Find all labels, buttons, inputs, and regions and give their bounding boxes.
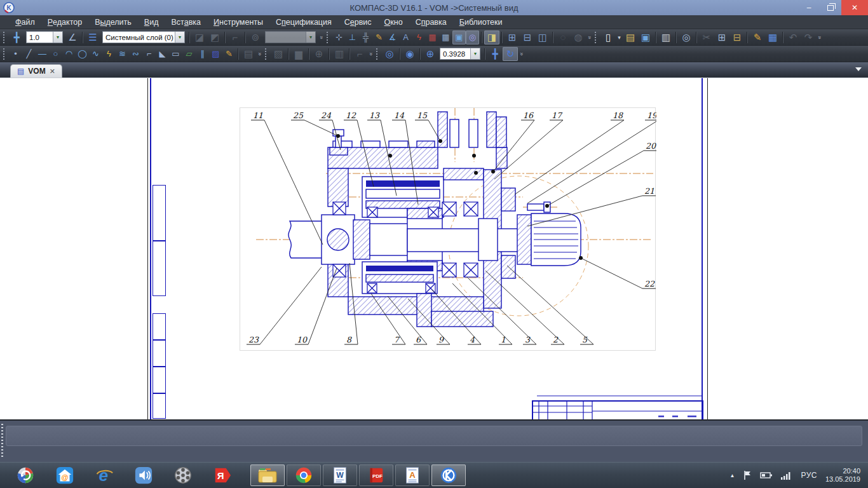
zoom-page-icon[interactable]: ◎ — [382, 47, 397, 61]
scale-combo[interactable]: 1.0▾ — [26, 31, 63, 43]
taskbar-chrome-icon[interactable] — [287, 464, 321, 486]
copy-icon[interactable]: ⊞ — [714, 30, 729, 44]
stamp-icon[interactable]: ⊕ — [311, 47, 327, 61]
angle-snap-icon[interactable]: ∠ — [65, 30, 80, 44]
paste-icon[interactable]: ⊟ — [729, 30, 745, 44]
clock[interactable]: 20:40 13.05.2019 — [825, 467, 860, 484]
toolbar-overflow-icon[interactable]: » — [587, 36, 593, 39]
macro-element-icon[interactable]: ⊚ — [248, 30, 263, 44]
local-frame-icon[interactable]: ◎ — [466, 30, 479, 44]
toolbar-overflow-icon[interactable]: » — [519, 52, 525, 55]
panel-grip[interactable] — [1, 424, 3, 459]
menu-файл[interactable]: Файл — [9, 15, 41, 29]
taskbar-amigo-icon[interactable]: @ — [53, 464, 76, 486]
menu-библиотеки[interactable]: Библиотеки — [453, 15, 509, 29]
taskbar-yandex-icon[interactable]: Я — [211, 464, 234, 486]
network-signal-icon[interactable] — [781, 471, 792, 480]
snap-tangent-icon[interactable]: ϟ — [412, 30, 426, 44]
tab-list-dropdown-icon[interactable] — [855, 67, 862, 71]
menu-сервис[interactable]: Сервис — [338, 15, 378, 29]
ole-insert-icon[interactable]: ◌ — [555, 30, 571, 44]
snap-perpendicular-icon[interactable]: ⊥ — [346, 30, 359, 44]
snap-grid-icon[interactable]: ╬ — [359, 30, 372, 44]
restore-button[interactable] — [820, 0, 841, 15]
action-center-flag-icon[interactable] — [743, 470, 752, 480]
current-scale-icon[interactable]: ╋ — [9, 30, 24, 44]
zoom-area-icon[interactable]: ◉ — [402, 47, 417, 61]
save-icon[interactable]: ▣ — [638, 30, 653, 44]
collections-icon[interactable]: ▨ — [271, 47, 286, 61]
ortho-toggle-icon[interactable]: ▣ — [452, 30, 466, 44]
refresh-view-icon[interactable]: ↻ — [503, 47, 518, 61]
assoc-view-icon[interactable]: ▤ — [241, 47, 256, 61]
spec-table-icon[interactable]: ▦ — [765, 30, 780, 44]
cascade-windows-icon[interactable]: ◫ — [535, 30, 550, 44]
aux-line-tool-icon[interactable]: ╱ — [22, 47, 36, 61]
menu-спецификация[interactable]: Спецификация — [269, 15, 338, 29]
assembly-drawing-view[interactable]: 1125241213141516171819202122231087694132… — [240, 107, 656, 351]
tab-vom[interactable]: ▤ VOM ✕ — [10, 64, 62, 78]
redo-icon[interactable]: ↷ — [801, 30, 816, 44]
snap-align-icon[interactable]: A — [399, 30, 412, 44]
copy-properties-icon[interactable]: ◨ — [484, 30, 499, 44]
measure-icon[interactable]: ⌐ — [352, 47, 367, 61]
print-icon[interactable]: ▥ — [658, 30, 674, 44]
style-combo-dropdown-icon[interactable]: ▾ — [306, 32, 315, 43]
menu-редактор[interactable]: Редактор — [41, 15, 88, 29]
toolbar-grip[interactable] — [265, 48, 269, 60]
property-panel-field[interactable] — [6, 426, 862, 446]
toolbar-overflow-icon[interactable]: » — [368, 52, 374, 55]
layer-settings-icon[interactable]: ◩ — [207, 30, 222, 44]
toolbar-overflow-icon[interactable]: » — [257, 52, 263, 55]
insert-view-icon[interactable]: ▥ — [332, 47, 347, 61]
taskbar-media-player-icon[interactable] — [172, 464, 194, 486]
close-button[interactable]: ✕ — [841, 0, 868, 15]
bezier-tool-icon[interactable]: ∾ — [129, 47, 142, 61]
edit-style-icon[interactable]: ✎ — [372, 30, 386, 44]
toolbar-grip[interactable] — [595, 32, 599, 43]
offset-tool-icon[interactable]: ≋ — [116, 47, 129, 61]
snap-settings-icon[interactable]: ⊹ — [332, 30, 346, 44]
link-icon[interactable]: ◍ — [571, 30, 586, 44]
language-indicator[interactable]: РУС — [801, 471, 817, 480]
toolbar-grip[interactable] — [376, 48, 380, 60]
pan-icon[interactable]: ╋ — [487, 47, 503, 61]
hatch-tool-icon[interactable]: ▨ — [209, 47, 222, 61]
new-window-icon[interactable]: ⊞ — [505, 30, 520, 44]
drawing-canvas[interactable]: 1125241213141516171819202122231087694132… — [0, 78, 868, 419]
circle-tool-icon[interactable]: ○ — [49, 47, 62, 61]
preview-icon[interactable]: ◎ — [679, 30, 694, 44]
toolbar-overflow-icon[interactable]: » — [318, 36, 325, 39]
cut-icon[interactable]: ✂ — [699, 30, 714, 44]
minimize-button[interactable]: – — [798, 0, 820, 15]
chamfer-tool-icon[interactable]: ◣ — [156, 47, 169, 61]
spline-tool-icon[interactable]: ∿ — [89, 47, 102, 61]
toolbar-grip[interactable] — [3, 32, 7, 43]
tile-windows-icon[interactable]: ⊟ — [520, 30, 535, 44]
point-tool-icon[interactable]: • — [9, 47, 22, 61]
snap-angle-icon[interactable]: ∡ — [386, 30, 399, 44]
toolbar-grip[interactable] — [327, 32, 330, 43]
menu-инструменты[interactable]: Инструменты — [207, 15, 269, 29]
style-brush-icon[interactable]: ✎ — [222, 47, 236, 61]
layers-icon[interactable]: ☰ — [85, 30, 100, 44]
toolbar-grip[interactable] — [3, 48, 7, 60]
grid-toggle-icon[interactable]: ▦ — [439, 30, 452, 44]
layer-add-icon[interactable]: ◪ — [192, 30, 207, 44]
undo-icon[interactable]: ↶ — [785, 30, 801, 44]
scale-combo-dropdown-icon[interactable]: ▾ — [53, 32, 62, 43]
zoom-in-icon[interactable]: ⊕ — [423, 47, 438, 61]
layer-combo-dropdown-icon[interactable]: ▾ — [175, 32, 184, 43]
taskbar-explorer-icon[interactable] — [250, 464, 285, 486]
new-doc-icon[interactable]: ▯ — [600, 30, 616, 44]
rectangle-tool-icon[interactable]: ▭ — [169, 47, 182, 61]
taskbar-word-icon[interactable]: W — [323, 464, 357, 486]
zoom-combo[interactable]: 0.3928▾ — [440, 48, 480, 60]
taskbar-text-editor-icon[interactable]: A — [395, 464, 430, 486]
format-brush-icon[interactable]: ✎ — [750, 30, 765, 44]
new-doc-arrow-icon[interactable]: ▾ — [616, 30, 623, 44]
segment-tool-icon[interactable]: ― — [36, 47, 49, 61]
menu-вставка[interactable]: Вставка — [165, 15, 207, 29]
zoom-combo-dropdown-icon[interactable]: ▾ — [470, 48, 480, 59]
arc-tool-icon[interactable]: ◠ — [62, 47, 76, 61]
